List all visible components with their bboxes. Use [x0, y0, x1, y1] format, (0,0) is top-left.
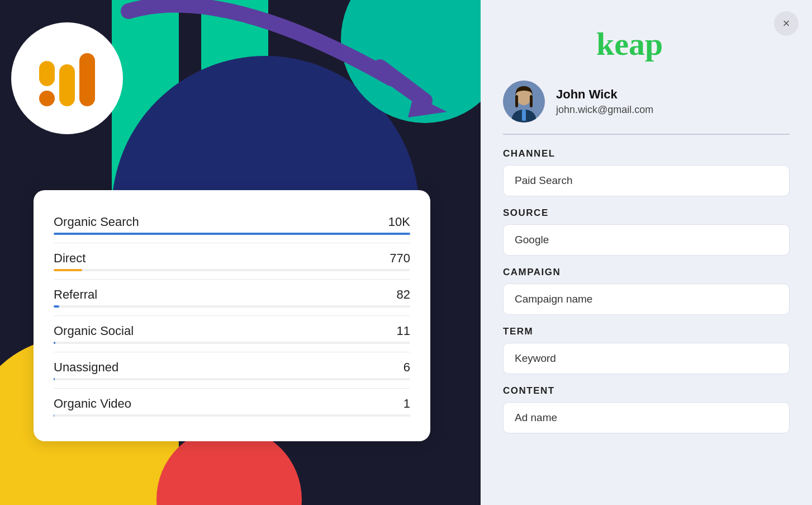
svg-text:keap: keap	[596, 26, 663, 62]
field-value-1: Google	[503, 224, 790, 256]
analytics-label: Organic Search	[54, 215, 139, 229]
analytics-bar-fill	[54, 305, 59, 308]
section-label-1: SOURCE	[503, 207, 790, 219]
field-value-0: Paid Search	[503, 165, 790, 196]
section-label-2: CAMPAIGN	[503, 267, 790, 278]
analytics-row-content: Organic Social 11	[54, 324, 410, 344]
analytics-bar-container	[54, 378, 410, 380]
analytics-bar-container	[54, 414, 410, 417]
ga-bars-icon	[39, 50, 95, 106]
field-value-2: Campaign name	[503, 284, 790, 315]
field-value-3: Keyword	[503, 343, 790, 374]
close-button[interactable]: ×	[774, 11, 799, 36]
analytics-card: Organic Search 10K Direct 770	[34, 190, 430, 441]
keap-logo: keap	[503, 22, 790, 64]
svg-rect-5	[530, 95, 533, 107]
analytics-value: 770	[390, 251, 410, 266]
analytics-label: Organic Video	[54, 397, 131, 411]
user-email: john.wick@gmail.com	[556, 104, 653, 116]
section-content: CONTENT Ad name	[503, 385, 790, 433]
analytics-bar-fill	[54, 233, 410, 235]
section-label-3: TERM	[503, 326, 790, 337]
avatar	[503, 81, 545, 122]
keap-logo-svg: keap	[591, 22, 702, 62]
analytics-value: 6	[403, 360, 410, 375]
analytics-label: Organic Social	[54, 324, 134, 338]
analytics-bar-fill	[54, 414, 54, 417]
field-value-4: Ad name	[503, 402, 790, 433]
analytics-bar-container	[54, 233, 410, 235]
left-panel: Organic Search 10K Direct 770	[0, 0, 481, 505]
section-source: SOURCE Google	[503, 207, 790, 256]
analytics-value: 10K	[388, 215, 410, 229]
analytics-row-content: Referral 82	[54, 287, 410, 308]
analytics-label: Referral	[54, 287, 97, 302]
analytics-row: Direct 770	[54, 243, 410, 280]
analytics-row-content: Direct 770	[54, 251, 410, 271]
section-label-0: CHANNEL	[503, 148, 790, 159]
analytics-bar-container	[54, 305, 410, 308]
analytics-row-content: Organic Search 10K	[54, 215, 410, 235]
ga-bar-large	[79, 53, 95, 106]
section-channel: CHANNEL Paid Search	[503, 148, 790, 196]
analytics-row: Organic Video 1	[54, 389, 410, 424]
ga-icon-circle	[11, 22, 123, 134]
section-label-4: CONTENT	[503, 385, 790, 397]
analytics-row: Referral 82	[54, 280, 410, 316]
analytics-row: Unassigned 6	[54, 352, 410, 389]
analytics-bar-container	[54, 269, 410, 271]
analytics-bar-container	[54, 342, 410, 344]
analytics-row: Organic Social 11	[54, 316, 410, 352]
ga-bar-small	[39, 61, 55, 86]
analytics-bar-fill	[54, 269, 82, 271]
analytics-value: 82	[397, 287, 410, 302]
analytics-label: Direct	[54, 251, 86, 266]
sections-container: CHANNEL Paid Search SOURCE Google CAMPAI…	[503, 148, 790, 433]
user-details: John Wick john.wick@gmail.com	[556, 87, 653, 116]
analytics-bar-fill	[54, 342, 55, 344]
analytics-value: 1	[403, 397, 410, 411]
section-campaign: CAMPAIGN Campaign name	[503, 267, 790, 315]
analytics-value: 11	[397, 324, 410, 338]
analytics-row: Organic Search 10K	[54, 207, 410, 243]
analytics-row-content: Organic Video 1	[54, 397, 410, 417]
purple-arrow-icon	[112, 0, 458, 129]
analytics-row-content: Unassigned 6	[54, 360, 410, 380]
analytics-label: Unassigned	[54, 360, 118, 375]
user-info: John Wick john.wick@gmail.com	[503, 81, 790, 135]
avatar-image	[503, 81, 545, 122]
svg-rect-4	[515, 95, 518, 107]
section-term: TERM Keyword	[503, 326, 790, 374]
ga-dot	[39, 91, 55, 106]
analytics-bar-fill	[54, 378, 55, 380]
user-name: John Wick	[556, 87, 653, 102]
right-panel: × keap John Wi	[481, 0, 812, 505]
svg-rect-6	[522, 110, 526, 121]
ga-bar-medium	[59, 64, 75, 106]
